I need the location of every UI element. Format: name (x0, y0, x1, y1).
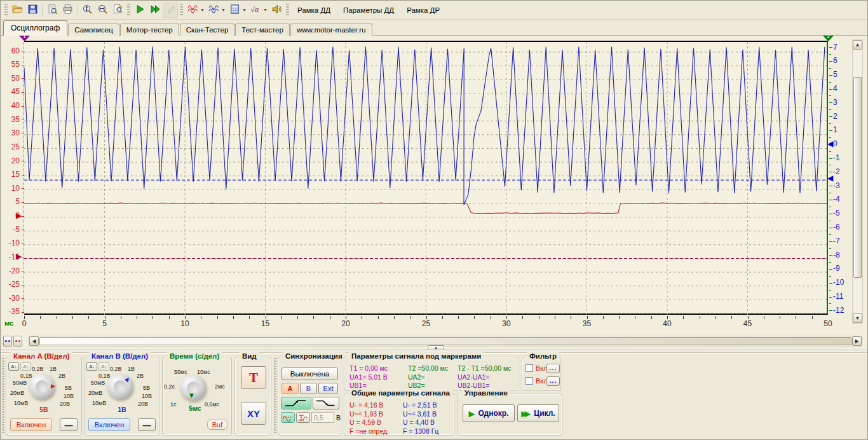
channel-a-zero-marker[interactable]: ▶ (16, 212, 22, 220)
calculator-button[interactable] (227, 3, 242, 18)
run-cycle-button[interactable]: ▶▶ Цикл. (517, 404, 559, 422)
left-axis-tick-label: 15 (2, 170, 20, 179)
waveform-canvas (24, 42, 828, 316)
open-file-button[interactable] (10, 3, 25, 18)
signal-b-menu-button[interactable]: + (206, 3, 221, 18)
sync-falling-edge-button[interactable] (313, 397, 339, 409)
scroll-right-button[interactable]: ▶ (852, 336, 862, 346)
filter-a-more-button[interactable]: ... (546, 364, 560, 373)
dropdown-arrow-icon[interactable]: ▾ (241, 7, 247, 13)
tab-тест-мастер[interactable]: Тест-мастер (235, 24, 290, 36)
signal-a-menu-button[interactable]: + (185, 3, 200, 18)
tab-мотор-тестер[interactable]: Мотор-тестер (120, 24, 179, 36)
panel-grip[interactable] (274, 358, 276, 433)
channel-b-zero-marker[interactable]: ◀ (827, 140, 833, 148)
right-axis-tick-label: -3 (833, 182, 851, 190)
right-axis-tick (829, 214, 832, 214)
tab-скан-тестер[interactable]: Скан-Тестер (180, 24, 235, 36)
vertical-scroll-thumb[interactable] (853, 77, 862, 278)
svg-text:+: + (212, 6, 215, 11)
print-button[interactable] (60, 3, 75, 18)
right-axis-tick-label: 0 (833, 140, 851, 148)
left-axis-tick-label: -20 (2, 267, 20, 275)
buffer-button[interactable]: Buf (207, 420, 227, 430)
time-range-knob[interactable]: 1с0,2с50мс10мс2мс0,5мс5мс▶ (164, 364, 231, 416)
control-title: Управление (462, 389, 510, 397)
filter-a-checkbox[interactable] (526, 364, 533, 372)
run-once-button[interactable]: ▶ Однокр. (463, 404, 515, 422)
start-once-button[interactable] (132, 3, 147, 18)
sync-level-input[interactable] (311, 412, 334, 423)
t2-value: T2 =50,00 мс (408, 364, 448, 373)
right-axis-tick (829, 54, 831, 55)
ramka-dd-button[interactable]: Рамка ДД (291, 3, 337, 17)
right-axis-tick (829, 276, 831, 277)
knob-position-label: 0,1В (20, 373, 32, 379)
zoom-amplitude-button[interactable] (79, 3, 95, 18)
view-xy-button[interactable]: XY (241, 402, 266, 425)
print-preview-button[interactable] (44, 3, 60, 18)
left-axis-tick (22, 65, 24, 65)
channel-a-collapse-button[interactable]: — (60, 418, 78, 431)
tab-www.motor-master.ru[interactable]: www.motor-master.ru (290, 24, 372, 36)
dropdown-arrow-icon[interactable]: ▾ (200, 7, 205, 13)
edit-button[interactable] (163, 3, 178, 18)
common-channel-b: U- = 2,51 В U~= 3,61 В U = 4,40 В F = 13… (403, 401, 438, 436)
math-button[interactable]: √α (248, 3, 263, 18)
x-axis-ticks (24, 316, 828, 319)
sync-mode-level-button[interactable] (296, 412, 310, 423)
left-axis-tick (22, 106, 24, 107)
zoom-time-button[interactable] (95, 3, 110, 18)
sync-source-b-button[interactable]: В (300, 383, 317, 394)
pencil-icon (165, 4, 176, 17)
left-axis-tick-label: -5 (2, 226, 20, 234)
filter-b-checkbox[interactable] (526, 377, 533, 385)
dropdown-arrow-icon[interactable]: ▾ (262, 7, 268, 13)
right-axis-tick (829, 241, 832, 242)
sync-source-ext-button[interactable]: Ext (318, 383, 338, 394)
save-button[interactable] (25, 3, 40, 18)
run-cycle-label: Цикл. (534, 409, 555, 418)
knob-position-label: 2В (137, 373, 144, 379)
panel-grip[interactable] (2, 358, 4, 433)
parametry-dd-button[interactable]: Параметры ДД (337, 3, 400, 17)
start-cycle-button[interactable] (147, 3, 163, 18)
channel-b-power-button[interactable]: Включен (88, 418, 130, 431)
sound-button[interactable] (269, 3, 284, 18)
knob-position-label: 10мВ (92, 401, 106, 406)
sync-source-a-button[interactable]: А (281, 383, 299, 394)
channel-a-power-button[interactable]: Включен (10, 418, 52, 431)
horizontal-scrollbar[interactable]: ◀ ▶ (29, 336, 862, 347)
sync-rising-edge-button[interactable] (281, 397, 311, 409)
channel-b-level-marker[interactable]: ◀ (827, 174, 833, 182)
scroll-up-button[interactable]: ▲ (853, 40, 862, 50)
filter-b-more-button[interactable]: ... (546, 376, 560, 386)
left-axis-tick-label: -10 (2, 239, 20, 247)
ramka-dr-button[interactable]: Рамка ДР (400, 3, 446, 17)
left-axis-tick (22, 216, 24, 217)
horizontal-scroll-thumb[interactable] (39, 337, 851, 345)
channel-b-dots-button[interactable] (3, 336, 12, 347)
sync-mode-auto-button[interactable] (281, 412, 295, 423)
dropdown-arrow-icon[interactable]: ▾ (220, 7, 226, 13)
plot-area[interactable] (24, 41, 828, 315)
channel-a-range-knob[interactable]: 10мВ20мВ50мВ0,1В0,2В1В2В5В10В20В5В▶ (9, 364, 80, 415)
channel-b-title: Канал B (В/дел) (89, 352, 151, 360)
view-t-button[interactable]: T (241, 366, 266, 389)
splitter[interactable] (1, 350, 867, 351)
scroll-left-button[interactable]: ◀ (29, 336, 39, 346)
page-zoom-button[interactable] (110, 3, 125, 18)
right-axis-tick (829, 172, 832, 172)
left-axis-tick (22, 120, 24, 120)
channel-a-dots-button[interactable] (13, 336, 22, 347)
channel-b-collapse-button[interactable]: — (138, 418, 156, 431)
tab-осциллограф[interactable]: Осциллограф (3, 20, 67, 36)
knob-pointer: ▶ (189, 394, 194, 398)
channel-b-range-knob[interactable]: 10мВ20мВ50мВ0,1В0,2В1В2В5В10В20В1В▶ (87, 364, 158, 415)
vertical-scrollbar[interactable]: ▲ ▼ (852, 39, 863, 324)
trigger-level-marker[interactable]: ▶ (16, 252, 22, 261)
sync-off-button[interactable]: Выключена (281, 368, 338, 380)
tab-самописец[interactable]: Самописец (68, 24, 119, 36)
scroll-down-button[interactable]: ▼ (853, 313, 862, 323)
knob-position-label: 10мс (197, 369, 210, 375)
